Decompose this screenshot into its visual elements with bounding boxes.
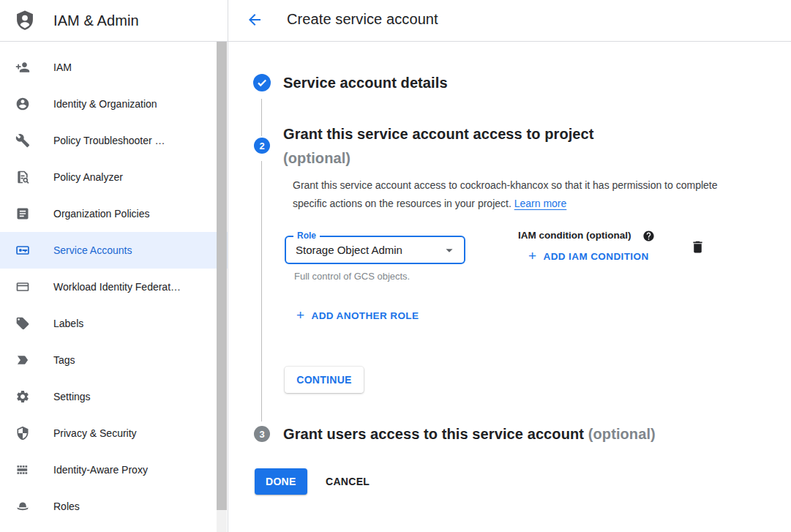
- sidebar-item-tags[interactable]: Tags: [0, 342, 228, 378]
- sidebar-item-privacy-security[interactable]: Privacy & Security: [0, 415, 228, 452]
- back-arrow-icon[interactable]: [246, 11, 263, 29]
- sidebar-item-organization-policies[interactable]: Organization Policies: [0, 195, 228, 232]
- step2-optional-label: (optional): [283, 146, 594, 171]
- add-another-role-button[interactable]: + ADD ANOTHER ROLE: [296, 309, 419, 322]
- main-header: Create service account: [228, 0, 791, 42]
- role-selected-value: Storage Object Admin: [296, 244, 402, 256]
- sidebar-item-service-accounts[interactable]: Service Accounts: [0, 232, 228, 269]
- step2-title-text: Grant this service account access to pro…: [283, 122, 594, 146]
- step3-title: Grant users access to this service accou…: [283, 424, 656, 444]
- sidebar-item-policy-analyzer[interactable]: Policy Analyzer: [0, 159, 228, 195]
- iam-admin-shield-icon: [14, 10, 36, 31]
- shield-half-icon: [15, 426, 30, 441]
- id-card-icon: [15, 280, 30, 294]
- article-icon: [15, 206, 30, 221]
- sidebar-item-iam[interactable]: IAM: [0, 49, 228, 86]
- account-circle-icon: [15, 97, 30, 111]
- sidebar-item-labels[interactable]: Labels: [0, 305, 228, 342]
- add-iam-condition-button[interactable]: + ADD IAM CONDITION: [528, 250, 649, 263]
- done-button[interactable]: DONE: [255, 468, 307, 495]
- sidebar-nav: IAM Identity & Organization Policy Troub…: [0, 42, 228, 525]
- role-field-label: Role: [293, 231, 320, 241]
- help-icon[interactable]: [642, 230, 655, 242]
- tag-arrow-icon: [15, 353, 30, 367]
- plus-icon: +: [296, 309, 305, 322]
- role-helper-text: Full control of GCS objects.: [294, 271, 410, 282]
- continue-button[interactable]: CONTINUE: [285, 367, 364, 393]
- sidebar-item-roles[interactable]: Roles: [0, 488, 228, 525]
- service-account-key-icon: [15, 243, 30, 258]
- sidebar: IAM & Admin IAM Identity & Organization …: [0, 0, 228, 532]
- wrench-icon: [15, 133, 30, 148]
- sidebar-item-identity-aware-proxy[interactable]: Identity-Aware Proxy: [0, 452, 228, 488]
- step1-completed-check-icon: [253, 74, 271, 91]
- iam-condition-label: IAM condition (optional): [518, 230, 631, 241]
- step3-optional-label: (optional): [588, 426, 656, 442]
- step3-title-text: Grant users access to this service accou…: [283, 426, 584, 442]
- create-service-account-form: Service account details 2 Grant this ser…: [228, 42, 791, 532]
- learn-more-link[interactable]: Learn more: [514, 198, 567, 209]
- sidebar-title: IAM & Admin: [53, 12, 139, 29]
- plus-icon: +: [528, 250, 537, 263]
- label-tag-icon: [15, 316, 30, 331]
- app-window: IAM & Admin IAM Identity & Organization …: [0, 0, 791, 532]
- sidebar-scrollbar-thumb[interactable]: [217, 42, 227, 510]
- sidebar-item-policy-troubleshooter[interactable]: Policy Troubleshooter …: [0, 122, 228, 159]
- step2-title: Grant this service account access to pro…: [283, 122, 594, 171]
- stepper-connector: [261, 99, 262, 136]
- hat-icon: [15, 499, 30, 514]
- document-search-icon: [15, 170, 30, 184]
- cancel-button[interactable]: CANCEL: [318, 468, 377, 495]
- sidebar-header: IAM & Admin: [0, 0, 228, 42]
- sidebar-item-settings[interactable]: Settings: [0, 378, 228, 415]
- step3-number-badge: 3: [254, 426, 270, 442]
- gear-icon: [15, 389, 30, 404]
- sidebar-item-workload-identity-federation[interactable]: Workload Identity Federat…: [0, 269, 228, 305]
- proxy-grid-icon: [15, 462, 30, 477]
- stepper-connector: [261, 161, 262, 422]
- step2-number-badge: 2: [254, 138, 270, 154]
- role-select[interactable]: Role Storage Object Admin: [285, 236, 465, 264]
- delete-role-icon[interactable]: [690, 239, 705, 255]
- sidebar-item-identity-organization[interactable]: Identity & Organization: [0, 86, 228, 122]
- page-title: Create service account: [287, 11, 438, 28]
- main-content: Create service account Service account d…: [228, 0, 791, 532]
- person-add-icon: [15, 60, 30, 75]
- step2-description: Grant this service account access to coc…: [293, 176, 727, 213]
- step1-title[interactable]: Service account details: [283, 72, 448, 93]
- chevron-down-icon: [441, 242, 457, 258]
